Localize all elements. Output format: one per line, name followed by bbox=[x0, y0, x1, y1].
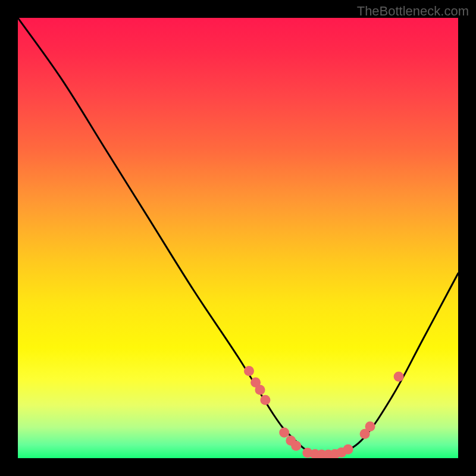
watermark-text: TheBottleneck.com bbox=[357, 4, 469, 19]
data-marker bbox=[343, 444, 353, 455]
plot-area bbox=[18, 18, 458, 458]
data-marker bbox=[255, 385, 265, 395]
marker-group bbox=[244, 366, 404, 458]
chart-svg bbox=[18, 18, 458, 458]
data-marker bbox=[365, 421, 375, 431]
data-marker bbox=[291, 441, 301, 451]
data-marker bbox=[394, 372, 404, 382]
data-marker bbox=[260, 395, 270, 405]
data-marker bbox=[244, 366, 254, 376]
bottleneck-curve bbox=[18, 18, 458, 456]
data-marker bbox=[279, 428, 289, 438]
